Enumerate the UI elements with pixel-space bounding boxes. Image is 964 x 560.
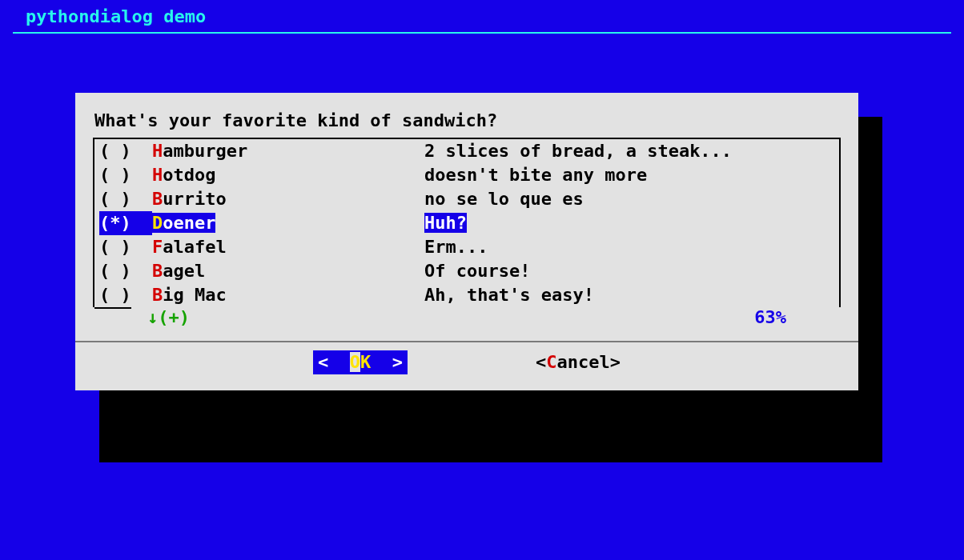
- radiolist-check: ( ): [99, 187, 152, 211]
- app-title: pythondialog demo: [13, 0, 951, 34]
- radiolist-check: ( ): [99, 235, 152, 259]
- cancel-button-hotkey: C: [546, 352, 556, 372]
- radiolist-item-desc: 2 slices of bread, a steak...: [424, 139, 834, 163]
- dialog-body: What's your favorite kind of sandwich? (…: [75, 93, 858, 390]
- radiolist-check: ( ): [99, 259, 152, 283]
- scroll-status-row: ↓(+) 63%: [91, 306, 842, 330]
- radiolist-item[interactable]: (*) DoenerHuh?: [94, 211, 839, 235]
- cancel-button-lt: <: [536, 352, 546, 372]
- radiolist-item-name: Big Mac: [152, 283, 424, 307]
- dialog-window: What's your favorite kind of sandwich? (…: [75, 93, 858, 390]
- dialog-prompt: What's your favorite kind of sandwich?: [94, 109, 839, 133]
- radiolist-check: ( ): [99, 139, 152, 163]
- radiolist-item-desc: Huh?: [424, 211, 834, 235]
- radiolist-item-name: Bagel: [152, 259, 424, 283]
- cancel-button[interactable]: <Cancel>: [536, 350, 621, 374]
- cancel-button-gt: >: [610, 352, 621, 372]
- radiolist[interactable]: ( ) Hamburger2 slices of bread, a steak.…: [93, 138, 841, 307]
- radiolist-check: ( ): [99, 163, 152, 187]
- radiolist-item[interactable]: ( ) Hamburger2 slices of bread, a steak.…: [94, 139, 839, 163]
- radiolist-item-name: Hotdog: [152, 163, 424, 187]
- radiolist-item-name: Falafel: [152, 235, 424, 259]
- radiolist-item[interactable]: ( ) BagelOf course!: [94, 259, 839, 283]
- radiolist-item-desc: doesn't bite any more: [424, 163, 834, 187]
- ok-button[interactable]: < OK >: [313, 350, 408, 374]
- radiolist-item-desc: Ah, that's easy!: [424, 283, 834, 307]
- radiolist-item[interactable]: ( ) FalafelErm...: [94, 235, 839, 259]
- more-below-indicator: ↓(+): [147, 306, 190, 330]
- button-divider: [75, 341, 858, 342]
- radiolist-item-name: Doener: [152, 211, 424, 235]
- radiolist-item[interactable]: ( ) Hotdogdoesn't bite any more: [94, 163, 839, 187]
- radiolist-item-desc: Erm...: [424, 235, 834, 259]
- radiolist-item[interactable]: ( ) Burritono se lo que es: [94, 187, 839, 211]
- radiolist-item-desc: no se lo que es: [424, 187, 834, 211]
- button-bar: < OK > <Cancel>: [91, 350, 842, 376]
- ok-button-hotkey: O: [350, 352, 360, 372]
- radiolist-item[interactable]: ( ) Big MacAh, that's easy!: [94, 283, 839, 307]
- ok-button-gt: >: [371, 352, 403, 372]
- scroll-percent: 63%: [754, 306, 786, 330]
- cancel-button-rest: ancel: [557, 352, 610, 372]
- radiolist-check: ( ): [99, 283, 152, 307]
- radiolist-check: (*): [99, 211, 152, 235]
- radiolist-item-desc: Of course!: [424, 259, 834, 283]
- ok-button-lt: <: [318, 352, 350, 372]
- radiolist-item-name: Burrito: [152, 187, 424, 211]
- ok-button-rest: K: [360, 352, 371, 372]
- radiolist-item-name: Hamburger: [152, 139, 424, 163]
